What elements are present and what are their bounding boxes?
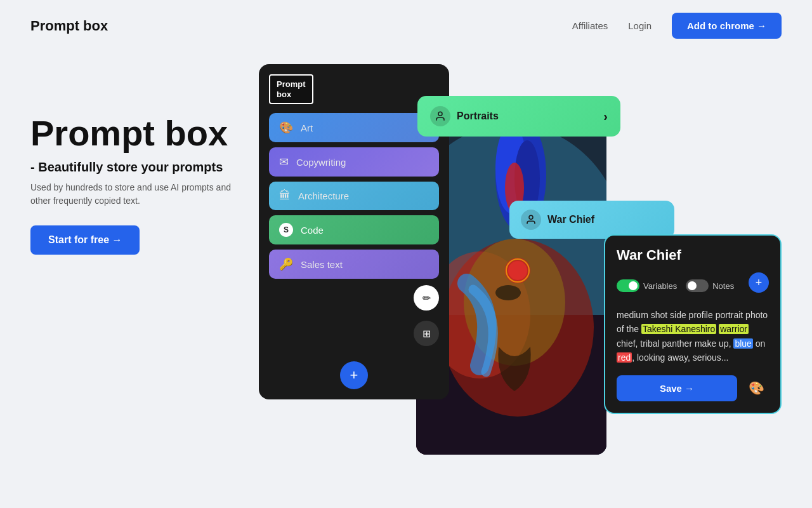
hero-subtitle: - Beautifully store your prompts [30, 160, 233, 175]
add-button[interactable]: + [340, 361, 368, 389]
notes-label: Notes [712, 281, 734, 291]
sales-icon: 🔑 [279, 257, 293, 271]
detail-toggles: Variables Notes + [617, 272, 769, 299]
art-icon: 🎨 [279, 121, 293, 135]
app-logo: Prompt box [269, 74, 313, 104]
nav-right: Affiliates Login Add to chrome → [572, 13, 782, 39]
portraits-label: Portraits [457, 110, 499, 122]
highlight-red: red [617, 352, 632, 363]
category-sales-label: Sales text [301, 259, 343, 270]
hero-text: Prompt box - Beautifully store your prom… [30, 64, 233, 255]
edit-icon: ✏ [422, 292, 431, 304]
hero-section: Prompt box - Beautifully store your prom… [0, 51, 812, 432]
category-code-label: Code [301, 225, 324, 236]
plus-icon: + [350, 367, 358, 384]
warchief-icon [521, 210, 541, 230]
variables-toggle[interactable]: Variables [617, 279, 677, 292]
hero-title: Prompt box [30, 115, 233, 152]
svg-point-12 [495, 285, 521, 300]
category-arch-label: Architecture [298, 190, 349, 201]
hero-description: Used by hundreds to store and use AI pro… [30, 181, 233, 208]
warchief-pill[interactable]: War Chief [509, 201, 674, 239]
variables-toggle-switch[interactable] [617, 279, 639, 292]
save-button[interactable]: Save → [617, 375, 737, 401]
add-to-chrome-button[interactable]: Add to chrome → [672, 13, 782, 39]
highlight-blue: blue [733, 338, 752, 349]
category-art[interactable]: 🎨 Art [269, 113, 439, 142]
nav-logo: Prompt box [30, 18, 108, 34]
code-icon: S [279, 223, 293, 237]
grid-button[interactable]: ⊞ [414, 321, 439, 346]
warchief-pill-label: War Chief [547, 214, 594, 225]
svg-point-14 [438, 112, 442, 116]
grid-icon: ⊞ [422, 328, 431, 340]
hero-mockups: Prompt box 🎨 Art ✉ Copywriting 🏛 Archite… [259, 64, 782, 432]
copy-icon: ✉ [279, 155, 289, 169]
detail-footer: Save → 🎨 [617, 375, 769, 401]
arch-icon: 🏛 [279, 189, 291, 203]
portraits-pill[interactable]: Portraits › [417, 96, 620, 137]
navbar: Prompt box Affiliates Login Add to chrom… [0, 0, 812, 51]
portraits-chevron: › [603, 109, 608, 124]
notes-toggle-switch[interactable] [686, 279, 709, 292]
portraits-left: Portraits [430, 106, 499, 126]
category-copywriting[interactable]: ✉ Copywriting [269, 147, 439, 177]
category-sales[interactable]: 🔑 Sales text [269, 250, 439, 279]
notes-toggle[interactable]: Notes [686, 279, 734, 292]
category-art-label: Art [301, 123, 313, 133]
category-code[interactable]: S Code [269, 215, 439, 244]
palette-button[interactable]: 🎨 [743, 375, 769, 401]
category-architecture[interactable]: 🏛 Architecture [269, 182, 439, 210]
start-for-free-button[interactable]: Start for free → [30, 225, 140, 255]
portrait-icon [430, 106, 450, 126]
palette-icon: 🎨 [749, 380, 764, 396]
highlight-warrior: warrior [719, 324, 749, 334]
login-link[interactable]: Login [628, 20, 652, 31]
highlight-name: Takeshi Kaneshiro [641, 324, 716, 334]
detail-card-title: War Chief [617, 247, 769, 264]
edit-button[interactable]: ✏ [414, 285, 439, 311]
detail-card: War Chief Variables Notes + medium shot … [604, 234, 782, 414]
svg-point-15 [529, 215, 533, 219]
category-copy-label: Copywriting [296, 157, 346, 168]
affiliates-link[interactable]: Affiliates [572, 20, 608, 31]
variables-label: Variables [643, 281, 677, 291]
prompt-text: medium shot side profile portrait photo … [617, 308, 769, 365]
svg-point-11 [508, 261, 527, 280]
add-variable-button[interactable]: + [749, 272, 769, 293]
